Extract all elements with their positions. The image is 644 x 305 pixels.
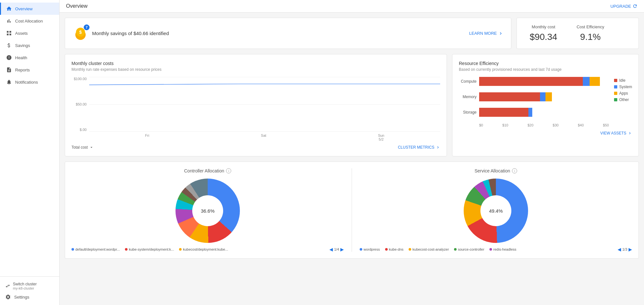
svc-legend-3: source-controller [454,247,484,251]
system-label: System [619,85,632,89]
controller-allocation-section: Controller Allocation i 36.6% default/de… [71,168,344,252]
service-center-label: 49.4% [480,195,511,226]
sidebar-item-reports[interactable]: Reports [0,64,59,76]
controller-footer: default/deployment:wordpr... kube-system… [71,247,344,252]
resource-legend: Idle System Apps Other [614,77,632,127]
grid-line-bottom [89,131,440,132]
idle-label: Idle [619,78,625,83]
sidebar-item-label: Cost Allocation [15,19,43,23]
compute-bar [479,77,609,86]
sidebar-item-label: Overview [15,6,33,11]
monthly-costs-card: Monthly cluster costs Monthly run rate e… [65,54,447,156]
resource-chart: Compute Memory [459,77,632,127]
storage-idle [479,108,528,117]
controller-donut-wrapper: 36.6% [71,179,344,243]
upgrade-link[interactable]: UPGRADE [611,4,638,9]
legend-other: Other [614,97,632,102]
controller-donut-visual: 36.6% [175,179,240,243]
x-20: $20 [527,123,533,127]
resource-title: Resource Efficiency [459,61,632,66]
sidebar-item-label: Health [15,55,27,60]
y-axis: $100.00 $50.00 $.00 [71,77,89,132]
storage-label: Storage [459,110,477,115]
service-next-arrow[interactable]: ▶ [629,247,632,252]
svc-text-4: redis-headless [493,247,516,251]
service-allocation-title: Service Allocation i [360,168,632,173]
service-info-icon[interactable]: i [512,168,517,173]
storage-bar [479,108,609,117]
file-text-icon [6,67,12,73]
x-label-sat: Sat [261,134,266,141]
x-0: $0 [479,123,483,127]
line-chart: $100.00 $50.00 $.00 Fri Sat [71,77,440,141]
sidebar-item-label: Notifications [15,80,38,85]
compute-label: Compute [459,79,477,84]
sidebar-bottom: Switch cluster my-k8-cluster Settings [0,276,59,305]
other-label: Other [619,97,629,102]
resource-efficiency-card: Resource Efficiency Based on currently p… [452,54,639,156]
section-divider [352,168,352,252]
legend-text-0: default/deployment:wordpr... [75,247,120,251]
alert-circle-icon [6,55,12,60]
controller-allocation-title: Controller Allocation i [71,168,344,173]
main-header: Overview UPGRADE [60,0,644,13]
sidebar-item-overview[interactable]: Overview [0,3,59,15]
view-assets-label: VIEW ASSETS [600,131,626,135]
controller-next-arrow[interactable]: ▶ [340,247,344,252]
sidebar-item-assets[interactable]: Assets [0,27,59,39]
switch-cluster-button[interactable]: Switch cluster my-k8-cluster [5,282,54,290]
savings-badge: 7 [84,24,90,30]
svc-legend-0: wordpress [360,247,380,251]
controller-prev-arrow[interactable]: ◀ [329,247,333,252]
top-row: $ 7 Monthly savings of $40.66 identified… [65,18,639,49]
legend-dot-1 [125,248,128,251]
sidebar: Overview Cost Allocation Assets Savings … [0,0,60,305]
grid-icon [6,30,12,36]
savings-text: Monthly savings of $40.66 identified [92,31,169,36]
storage-bar-row: Storage [459,108,609,117]
learn-more-link[interactable]: LEARN MORE [469,31,503,36]
sidebar-item-savings[interactable]: Savings [0,39,59,51]
sidebar-item-label: Savings [15,43,30,48]
controller-legend: default/deployment:wordpr... kube-system… [71,247,228,251]
monthly-cost-label: Monthly cost [530,24,557,29]
view-assets-link[interactable]: VIEW ASSETS [459,131,632,135]
y-label-100: $100.00 [74,77,87,81]
cost-efficiency-value: 9.1% [577,32,604,42]
sidebar-item-health[interactable]: Health [0,51,59,64]
total-cost-label: Total cost [71,145,88,150]
x-10: $10 [502,123,508,127]
chart-title: Monthly cluster costs [71,61,440,66]
page-title: Overview [66,3,88,9]
cluster-metrics-label: CLUSTER METRICS [398,145,434,150]
savings-banner: $ 7 Monthly savings of $40.66 identified… [65,18,511,49]
service-prev-arrow[interactable]: ◀ [618,247,621,252]
x-label-fri: Fri [145,134,149,141]
service-donut-visual: 49.4% [464,179,528,243]
service-page: 1/3 [622,247,627,251]
legend-item-0: default/deployment:wordpr... [71,247,120,251]
compute-system [583,77,589,86]
y-label-0: $.00 [80,128,87,132]
service-allocation-section: Service Allocation i 49.4% wordpre [360,168,632,252]
controller-page: 1/4 [334,247,339,251]
monthly-cost-value: $90.34 [530,32,557,42]
cluster-metrics-link[interactable]: CLUSTER METRICS [398,145,440,150]
controller-page-nav: ◀ 1/4 ▶ [329,247,344,252]
svc-dot-1 [385,248,388,251]
legend-idle: Idle [614,78,632,83]
cluster-name: my-k8-cluster [13,286,37,290]
sidebar-item-cost-allocation[interactable]: Cost Allocation [0,15,59,27]
controller-info-icon[interactable]: i [226,168,231,173]
monthly-cost-metric: Monthly cost $90.34 [530,24,557,42]
svc-dot-2 [409,248,411,251]
total-cost-dropdown[interactable]: Total cost [71,145,94,150]
home-icon [6,6,12,12]
compute-apps [590,77,600,86]
settings-button[interactable]: Settings [5,294,54,300]
service-page-nav: ◀ 1/3 ▶ [618,247,632,252]
compute-idle [479,77,583,86]
dashboard-content: $ 7 Monthly savings of $40.66 identified… [60,13,644,264]
sidebar-item-notifications[interactable]: Notifications [0,76,59,88]
main-content: Overview UPGRADE $ 7 Mo [60,0,644,305]
